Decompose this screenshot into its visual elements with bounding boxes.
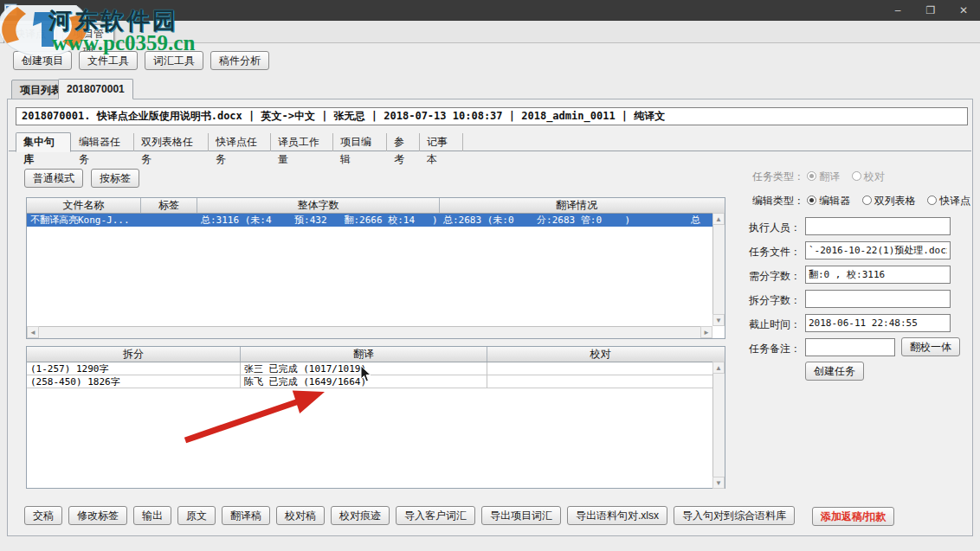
tab-kuaiyidian[interactable]: 快译点 [3, 24, 57, 43]
create-project-button[interactable]: 创建项目 [13, 51, 72, 70]
file-tools-button[interactable]: 文件工具 [79, 51, 138, 70]
mode-buttons: 普通模式 按标签 [24, 169, 139, 188]
tab-two-column-tasks[interactable]: 双列表格任务 [134, 133, 209, 151]
edit-type-label: 编辑类型： [732, 194, 804, 208]
scroll-up-icon[interactable]: ▲ [712, 362, 725, 374]
translate-proof-combined-button[interactable]: 翻校一体 [901, 337, 960, 356]
task-type-row: 任务类型： 翻译 校对 [732, 170, 893, 184]
title-bar: – ❐ ✕ [0, 0, 980, 21]
file-wordcount-cell: 总:3116 (未:4 预:432 翻:2666 校:14 ) [197, 214, 440, 227]
col-tag[interactable]: 标签 [141, 198, 197, 213]
file-name-cell: 不翻译高亮Kong-J... [27, 214, 141, 227]
col-split[interactable]: 拆分 [27, 347, 241, 362]
files-table: 文件名称 标签 整体字数 翻译情况 不翻译高亮Kong-J... 总:3116 … [26, 197, 725, 339]
manuscript-analysis-button[interactable]: 稿件分析 [210, 51, 269, 70]
radio-two-column[interactable] [862, 195, 872, 205]
bottom-button-bar: 交稿 修改标签 输出 原文 翻译稿 校对稿 校对痕迹 导入客户词汇 导出项目词汇… [24, 506, 795, 525]
split-words-input[interactable] [805, 290, 951, 308]
words-to-assign-input[interactable] [805, 266, 951, 284]
scroll-right-icon[interactable]: ► [700, 326, 712, 338]
application-window: – ❐ ✕ 快译点 项目管理 创建项目 文件工具 词汇工具 稿件分析 项目列表 … [0, 0, 980, 551]
col-translation-status[interactable]: 翻译情况 [440, 198, 713, 213]
tab-central-corpus[interactable]: 集中句库 [16, 132, 71, 152]
tasks-table: 拆分 翻译 校对 (1-257) 1290字 张三 已完成 (1017/1019… [26, 346, 725, 489]
task-translate-cell: 张三 已完成 (1017/1019) [241, 362, 487, 375]
col-file-name[interactable]: 文件名称 [27, 198, 141, 213]
add-return-deduction-button[interactable]: 添加返稿/扣款 [812, 507, 894, 526]
deadline-label: 截止时间： [728, 317, 801, 332]
task-proof-cell [487, 362, 713, 375]
toolbar: 创建项目 文件工具 词汇工具 稿件分析 [13, 51, 269, 70]
task-row[interactable]: (258-450) 1826字 陈飞 已完成 (1649/1664) [27, 375, 725, 388]
import-client-vocab-button[interactable]: 导入客户词汇 [396, 506, 475, 525]
task-split-cell: (258-450) 1826字 [27, 375, 241, 388]
tasks-table-header: 拆分 翻译 校对 [27, 347, 725, 362]
tasks-vertical-scrollbar[interactable]: ▲ ▼ [712, 362, 725, 489]
file-row-selected[interactable]: 不翻译高亮Kong-J... 总:3116 (未:4 预:432 翻:2666 … [27, 214, 725, 227]
file-status-cell: 总:2683 (未:0 分:2683 管:0 ) [440, 214, 687, 227]
executor-input[interactable] [805, 217, 951, 235]
col-translate[interactable]: 翻译 [241, 347, 487, 362]
export-project-vocab-button[interactable]: 导出项目词汇 [481, 506, 561, 525]
proofread-marks-button[interactable]: 校对痕迹 [331, 506, 390, 525]
vocab-tools-button[interactable]: 词汇工具 [145, 51, 203, 70]
project-info-bar: 2018070001. 快译点企业版使用说明书.docx | 英文->中文 | … [16, 107, 968, 125]
submit-manuscript-button[interactable]: 交稿 [24, 506, 62, 525]
scroll-up-icon[interactable]: ▲ [712, 213, 725, 225]
task-note-input[interactable] [805, 338, 895, 356]
translation-draft-button[interactable]: 翻译稿 [222, 506, 270, 525]
tab-project-management[interactable]: 项目管理 [62, 24, 114, 43]
radio-editor[interactable] [807, 195, 816, 205]
import-pairs-to-corpus-button[interactable]: 导入句对到综合语料库 [674, 506, 795, 525]
edit-tags-button[interactable]: 修改标签 [68, 506, 127, 525]
tab-editor-tasks[interactable]: 编辑器任务 [72, 133, 134, 151]
main-tabstrip: 快译点 项目管理 [0, 21, 980, 43]
close-button[interactable]: ✕ [947, 0, 980, 21]
task-type-label: 任务类型： [732, 170, 804, 184]
scroll-left-icon[interactable]: ◄ [27, 326, 39, 338]
maximize-button[interactable]: ❐ [914, 0, 947, 21]
file-tag-cell [141, 214, 197, 227]
radio-proofread[interactable] [852, 171, 861, 181]
task-split-cell: (1-257) 1290字 [27, 362, 241, 375]
app-icon [4, 3, 18, 17]
scroll-down-icon[interactable]: ▼ [712, 314, 725, 326]
files-vertical-scrollbar[interactable]: ▲ ▼ [712, 213, 725, 326]
minimize-button[interactable]: – [881, 0, 914, 21]
export-corpus-pairs-button[interactable]: 导出语料句对.xlsx [567, 506, 667, 525]
by-tag-button[interactable]: 按标签 [91, 169, 139, 188]
split-words-label: 拆分字数： [728, 293, 801, 308]
workspace-tabstrip: 集中句库 编辑器任务 双列表格任务 快译点任务 译员工作量 项目编辑 参考 记事… [9, 132, 971, 151]
create-task-button[interactable]: 创建任务 [805, 362, 864, 381]
task-translate-cell: 陈飞 已完成 (1649/1664) [241, 375, 487, 388]
task-file-input[interactable] [805, 241, 951, 259]
files-horizontal-scrollbar[interactable]: ◄ ► [27, 326, 712, 338]
edit-type-row: 编辑类型： 编辑器 双列表格 快译点 [732, 194, 979, 208]
output-button[interactable]: 输出 [133, 506, 171, 525]
file-overflow-cell: 总 [687, 214, 713, 227]
radio-translate[interactable] [807, 171, 816, 181]
executor-label: 执行人员： [728, 221, 801, 235]
radio-kuaiyidian[interactable] [927, 195, 937, 205]
task-note-label: 任务备注： [728, 342, 801, 356]
files-table-header: 文件名称 标签 整体字数 翻译情况 [27, 198, 725, 214]
window-controls: – ❐ ✕ [881, 0, 980, 21]
tab-project-edit[interactable]: 项目编辑 [333, 133, 387, 151]
tab-translator-workload[interactable]: 译员工作量 [271, 133, 333, 151]
tab-reference[interactable]: 参考 [387, 133, 420, 151]
scroll-down-icon[interactable]: ▼ [712, 477, 725, 489]
proofread-draft-button[interactable]: 校对稿 [276, 506, 325, 525]
tab-project-2018070001[interactable]: 2018070001 [58, 79, 133, 99]
col-word-count[interactable]: 整体字数 [197, 198, 440, 213]
deadline-input[interactable] [805, 314, 951, 332]
task-row[interactable]: (1-257) 1290字 张三 已完成 (1017/1019) [27, 362, 725, 375]
words-to-assign-label: 需分字数： [728, 269, 801, 284]
task-file-label: 任务文件： [728, 245, 801, 259]
tab-notepad[interactable]: 记事本 [420, 133, 463, 151]
tab-kuaiyidian-tasks[interactable]: 快译点任务 [209, 133, 271, 151]
task-proof-cell [487, 375, 713, 388]
col-proofread[interactable]: 校对 [487, 347, 713, 362]
source-text-button[interactable]: 原文 [177, 506, 216, 525]
normal-mode-button[interactable]: 普通模式 [24, 169, 83, 188]
